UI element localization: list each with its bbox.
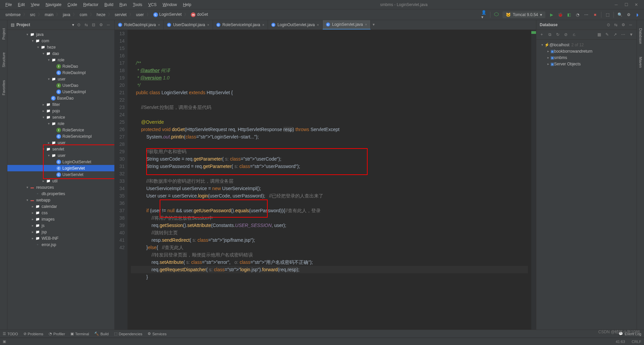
- tabs-dropdown-icon[interactable]: ▾: [371, 20, 377, 30]
- chevron-down-icon[interactable]: ▾: [72, 22, 74, 27]
- tool-dependencies[interactable]: ⬚Dependencies: [114, 332, 142, 336]
- db-item-bookborrowandreturn[interactable]: ▸▣ bookborrowandreturn: [538, 48, 635, 54]
- tree-item-user[interactable]: ▸user: [7, 139, 114, 146]
- tree-item-user[interactable]: ▾user: [7, 152, 114, 159]
- close-tab-icon[interactable]: ×: [207, 23, 209, 27]
- settings-icon[interactable]: ⚙: [621, 22, 626, 27]
- tree-item-java[interactable]: ▾java: [7, 31, 114, 38]
- close-button[interactable]: ✕: [634, 2, 639, 7]
- tool-services[interactable]: ⚙Services: [148, 332, 166, 336]
- menu-vcs[interactable]: VCS: [146, 1, 159, 8]
- add-icon[interactable]: +: [539, 32, 544, 37]
- duplicate-icon[interactable]: ⧉: [547, 32, 552, 37]
- tab-loginoutservlet[interactable]: CLoginOutServlet.java×: [268, 20, 323, 30]
- menu-tools[interactable]: Tools: [130, 1, 145, 8]
- expand-icon[interactable]: ⇆: [84, 22, 89, 27]
- hide-icon[interactable]: ─: [106, 22, 111, 27]
- tree-item-css[interactable]: ▸css: [7, 210, 114, 216]
- db-root[interactable]: ▾⚡ @localhost 2 of 12: [538, 42, 635, 48]
- search-icon[interactable]: 🔍: [617, 12, 623, 17]
- menu-edit[interactable]: Edit: [15, 1, 28, 8]
- menu-navigate[interactable]: Navigate: [43, 1, 64, 8]
- locate-icon[interactable]: ⊙: [76, 22, 82, 27]
- maximize-button[interactable]: ☐: [624, 2, 629, 7]
- tree-item-dao[interactable]: ▾dao: [7, 50, 114, 57]
- expand-icon[interactable]: ⇆: [613, 22, 619, 27]
- menu-build[interactable]: Build: [102, 1, 116, 8]
- hide-icon[interactable]: ─: [628, 22, 633, 27]
- run-icon[interactable]: ▶: [549, 12, 554, 17]
- tree-item-service[interactable]: ▾service: [7, 114, 114, 120]
- sidebar-database[interactable]: Database: [638, 27, 643, 45]
- filter-icon[interactable]: ▼: [629, 32, 634, 37]
- menu-run[interactable]: Run: [117, 1, 129, 8]
- run-config-selector[interactable]: 🐱 Tomcat 9.0.54 ▾: [502, 11, 545, 18]
- refresh-icon[interactable]: ↻: [555, 32, 560, 37]
- jump-icon[interactable]: ↗: [612, 32, 618, 37]
- tree-item-roledao[interactable]: IRoleDao: [7, 63, 114, 69]
- profile-icon[interactable]: ◔: [575, 12, 580, 17]
- database-tree[interactable]: ▾⚡ @localhost 2 of 12▸▣ bookborrowandret…: [536, 40, 637, 330]
- collapse-icon[interactable]: ⊟: [91, 22, 96, 27]
- tree-item-util[interactable]: ▸util: [7, 178, 114, 184]
- menu-refactor[interactable]: Refactor: [80, 1, 101, 8]
- breadcrumb-item[interactable]: java: [61, 12, 71, 18]
- menu-view[interactable]: View: [28, 1, 42, 8]
- tool-problems[interactable]: ⊘Problems: [23, 332, 43, 336]
- menu-file[interactable]: File: [3, 1, 14, 8]
- tree-item-com[interactable]: ▾com: [7, 38, 114, 44]
- tab-roleserviceimpl[interactable]: CRoleServiceImpl.java×: [213, 20, 268, 30]
- more-icon[interactable]: ⋯: [621, 32, 626, 37]
- tree-item-js[interactable]: ▸js: [7, 222, 114, 229]
- menu-help[interactable]: Help: [180, 1, 194, 8]
- caret-position[interactable]: 41:63: [616, 340, 625, 344]
- editor-body[interactable]: 1314151617181920212223242526272829303132…: [115, 30, 536, 330]
- breadcrumb-item[interactable]: user: [135, 12, 145, 18]
- tree-item-basedao[interactable]: CBaseDao: [7, 95, 114, 101]
- breadcrumb-item[interactable]: com: [78, 12, 89, 18]
- breadcrumb-item[interactable]: smbmse: [4, 12, 22, 18]
- stop-icon[interactable]: ⊘: [563, 32, 569, 37]
- close-tab-icon[interactable]: ×: [158, 23, 160, 27]
- tree-item-user[interactable]: ▾user: [7, 76, 114, 82]
- breadcrumb-item[interactable]: servlet: [113, 12, 128, 18]
- tree-item-web-inf[interactable]: ▸WEB-INF: [7, 235, 114, 241]
- build-icon[interactable]: [494, 12, 499, 17]
- tree-item-role[interactable]: ▾role: [7, 120, 114, 127]
- tree-item-jsp[interactable]: ▸jsp: [7, 229, 114, 235]
- tree-item-db-properties[interactable]: ▫db.properties: [7, 190, 114, 197]
- tree-item-resources[interactable]: ▾▬resources: [7, 184, 114, 190]
- tab-userdaoimpl[interactable]: CUserDaoImpl.java×: [164, 20, 213, 30]
- tree-item-role[interactable]: ▾role: [7, 57, 114, 63]
- debug-icon[interactable]: 🐞: [557, 12, 563, 17]
- breadcrumb-item[interactable]: mdoGet: [190, 11, 209, 18]
- minimize-button[interactable]: ─: [614, 2, 619, 7]
- tree-item-loginoutservlet[interactable]: CLoginOutServlet: [7, 159, 114, 165]
- db-item-server objects[interactable]: ▸▣ Server Objects: [538, 61, 635, 67]
- locate-icon[interactable]: ⊙: [606, 22, 611, 27]
- tree-item-userdaoimpl[interactable]: CUserDaoImpl: [7, 89, 114, 95]
- settings-icon[interactable]: ⚙: [98, 22, 104, 27]
- tree-item-loginservlet[interactable]: CLoginServlet: [7, 165, 114, 171]
- sidebar-structure[interactable]: Structure: [1, 51, 6, 69]
- sidebar-favorites[interactable]: Favorites: [1, 79, 6, 97]
- tree-item-webapp[interactable]: ▾▬webapp: [7, 197, 114, 203]
- add-config-icon[interactable]: 👤▾: [481, 12, 487, 17]
- sidebar-maven[interactable]: Maven: [638, 55, 643, 69]
- tree-item-filter[interactable]: ▸filter: [7, 101, 114, 108]
- code-area[interactable]: /** * @author 何泽 * @version 1.0 */ publi…: [127, 30, 531, 330]
- tree-item-roledaoimpl[interactable]: CRoleDaoImpl: [7, 69, 114, 76]
- tool-profiler[interactable]: ◔Profiler: [49, 332, 65, 336]
- tab-roledaoimpl[interactable]: CRoleDaoImpl.java×: [115, 20, 164, 30]
- tree-item-images[interactable]: ▸images: [7, 216, 114, 222]
- tree-item-userservlet[interactable]: CUserServlet: [7, 171, 114, 178]
- avatar-icon[interactable]: ◗: [635, 12, 640, 17]
- attach-icon[interactable]: ⋯: [584, 12, 589, 17]
- tree-item-roleservice[interactable]: IRoleService: [7, 127, 114, 133]
- rollback-icon[interactable]: ⎌: [571, 32, 577, 37]
- breadcrumb-item[interactable]: heze: [95, 12, 107, 18]
- sidebar-project[interactable]: Project: [1, 27, 6, 41]
- stop-icon[interactable]: ■: [592, 12, 598, 17]
- tree-item-heze[interactable]: ▾heze: [7, 44, 114, 50]
- git-icon[interactable]: ⬚: [605, 12, 610, 17]
